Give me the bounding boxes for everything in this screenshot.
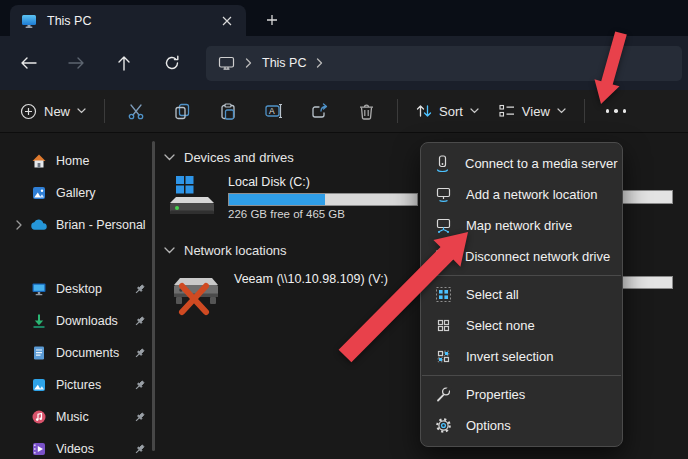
breadcrumb-this-pc[interactable]: This PC xyxy=(262,56,306,70)
toolbar-separator xyxy=(104,99,105,123)
desktop-icon xyxy=(30,281,47,298)
view-icon xyxy=(499,104,515,118)
toolbar-separator xyxy=(397,99,398,123)
chevron-right-icon[interactable] xyxy=(8,220,30,230)
titlebar: This PC xyxy=(0,0,688,36)
svg-text:A: A xyxy=(269,106,275,116)
disconnect-network-drive-icon xyxy=(434,248,451,265)
sidebar-scrollbar[interactable] xyxy=(152,141,155,451)
file-explorer-window: This PC xyxy=(0,0,688,459)
see-more-icon xyxy=(606,109,627,113)
sort-button-label: Sort xyxy=(439,104,463,119)
view-button[interactable]: View xyxy=(489,95,576,127)
sidebar-item-gallery[interactable]: Gallery xyxy=(0,177,156,209)
up-button[interactable] xyxy=(106,45,142,81)
address-bar[interactable]: This PC xyxy=(206,46,682,81)
paste-button[interactable] xyxy=(205,94,251,128)
close-tab-icon[interactable] xyxy=(218,12,236,30)
new-button-label: New xyxy=(44,104,70,119)
media-server-icon xyxy=(434,155,451,172)
sidebar-item-music[interactable]: Music xyxy=(0,401,156,433)
menu-item-map-network-drive[interactable]: Map network drive xyxy=(421,210,622,241)
computer-icon xyxy=(218,55,235,72)
pin-icon xyxy=(132,443,146,456)
section-title: Devices and drives xyxy=(184,150,294,165)
menu-item-invert-selection[interactable]: Invert selection xyxy=(421,341,622,372)
chevron-down-icon xyxy=(557,108,566,114)
add-network-location-icon xyxy=(434,186,452,203)
sidebar-item-desktop[interactable]: Desktop xyxy=(0,273,156,305)
chevron-down-icon xyxy=(77,108,86,114)
chevron-down-icon xyxy=(470,108,479,114)
delete-button[interactable] xyxy=(343,94,389,128)
pin-icon xyxy=(132,411,146,424)
tab-title: This PC xyxy=(47,14,208,28)
menu-separator xyxy=(422,275,621,276)
sort-icon xyxy=(416,103,432,119)
sidebar-section-gap xyxy=(0,241,156,273)
rename-button[interactable]: A xyxy=(251,94,297,128)
menu-item-connect-media-server[interactable]: Connect to a media server xyxy=(421,148,622,179)
sidebar-item-onedrive[interactable]: Brian - Personal xyxy=(0,209,156,241)
network-drive-disconnected-icon xyxy=(168,272,222,322)
menu-item-disconnect-network-drive[interactable]: Disconnect network drive xyxy=(421,241,622,272)
new-tab-button[interactable] xyxy=(260,9,284,31)
invert-selection-icon xyxy=(434,348,452,365)
command-toolbar: New xyxy=(0,90,688,133)
toolbar-separator xyxy=(584,99,585,123)
new-plus-icon xyxy=(20,103,37,120)
menu-item-select-all[interactable]: Select all xyxy=(421,279,622,310)
local-disk-icon xyxy=(168,175,216,220)
chevron-down-icon[interactable] xyxy=(164,154,175,161)
select-none-icon xyxy=(434,317,452,334)
view-button-label: View xyxy=(522,104,550,119)
capacity-text: 226 GB free of 465 GB xyxy=(228,208,418,220)
refresh-button[interactable] xyxy=(154,45,190,81)
sidebar-item-documents[interactable]: Documents xyxy=(0,337,156,369)
gallery-icon xyxy=(30,185,47,202)
onedrive-icon xyxy=(30,217,47,234)
capacity-bar xyxy=(228,193,418,206)
navigation-pane: Home Gallery xyxy=(0,133,156,459)
map-network-drive-icon xyxy=(434,217,452,234)
navigation-bar: This PC xyxy=(0,36,688,90)
drive-name: Local Disk (C:) xyxy=(228,175,418,192)
cut-button[interactable] xyxy=(113,94,159,128)
sidebar-item-downloads[interactable]: Downloads xyxy=(0,305,156,337)
menu-item-add-network-location[interactable]: Add a network location xyxy=(421,179,622,210)
chevron-right-icon xyxy=(245,58,252,68)
menu-separator xyxy=(422,375,621,376)
home-icon xyxy=(30,153,47,170)
computer-icon xyxy=(20,12,37,29)
forward-button[interactable] xyxy=(58,45,94,81)
new-button[interactable]: New xyxy=(10,95,96,127)
section-title: Network locations xyxy=(184,243,287,258)
network-drive-name: Veeam (\\10.10.98.109) (V:) xyxy=(234,272,388,289)
properties-icon xyxy=(434,386,452,403)
pin-icon xyxy=(132,283,146,296)
chevron-down-icon[interactable] xyxy=(164,247,175,254)
menu-item-properties[interactable]: Properties xyxy=(421,379,622,410)
pin-icon xyxy=(132,347,146,360)
music-icon xyxy=(30,409,47,426)
menu-item-options[interactable]: Options xyxy=(421,410,622,441)
sort-button[interactable]: Sort xyxy=(406,95,489,127)
back-button[interactable] xyxy=(10,45,46,81)
sidebar-item-pictures[interactable]: Pictures xyxy=(0,369,156,401)
see-more-menu: Connect to a media server Add a network … xyxy=(420,142,623,447)
videos-icon xyxy=(30,441,47,458)
copy-button[interactable] xyxy=(159,94,205,128)
see-more-button[interactable] xyxy=(593,94,639,128)
sidebar-item-videos[interactable]: Videos xyxy=(0,433,156,459)
pin-icon xyxy=(132,379,146,392)
sidebar-item-home[interactable]: Home xyxy=(0,145,156,177)
chevron-right-icon xyxy=(316,58,323,68)
select-all-icon xyxy=(434,286,452,303)
share-button[interactable] xyxy=(297,94,343,128)
downloads-icon xyxy=(30,313,47,330)
options-icon xyxy=(434,417,452,434)
pin-icon xyxy=(132,315,146,328)
documents-icon xyxy=(30,345,47,362)
tab-this-pc[interactable]: This PC xyxy=(10,5,246,36)
menu-item-select-none[interactable]: Select none xyxy=(421,310,622,341)
